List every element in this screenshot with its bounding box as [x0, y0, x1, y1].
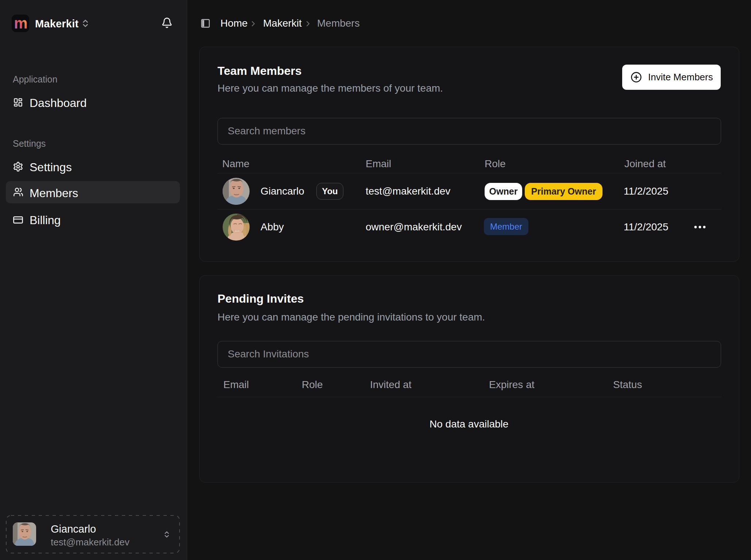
svg-text:m: m — [14, 15, 27, 32]
